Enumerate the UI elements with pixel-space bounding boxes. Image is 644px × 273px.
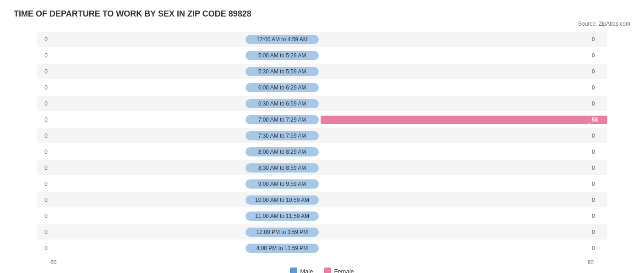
chart-row: 09:00 AM to 9:59 AM0	[37, 176, 607, 191]
male-bar-wrap: 12:00 AM to 4:59 AM	[50, 33, 320, 46]
female-value: 0	[589, 181, 607, 187]
time-label: 10:00 AM to 10:59 AM	[246, 195, 319, 205]
male-bar-wrap: 5:00 AM to 5:29 AM	[50, 49, 320, 62]
male-bar-wrap: 6:30 AM to 6:59 AM	[50, 97, 320, 110]
male-value: 0	[37, 36, 50, 43]
chart-title: TIME OF DEPARTURE TO WORK BY SEX IN ZIP …	[14, 9, 630, 19]
female-bar-wrap	[320, 242, 589, 255]
male-bar-wrap: 5:30 AM to 5:59 AM	[50, 65, 320, 78]
female-bar-wrap	[320, 33, 589, 46]
male-value: 0	[37, 149, 50, 155]
chart-row: 010:00 AM to 10:59 AM0	[37, 192, 607, 207]
female-bar-wrap	[320, 178, 589, 190]
time-label: 12:00 PM to 3:59 PM	[246, 228, 319, 237]
bars-container: 10:00 AM to 10:59 AM	[50, 194, 589, 206]
male-bar-wrap: 7:00 AM to 7:29 AM	[50, 113, 320, 126]
legend-female: Female	[324, 267, 354, 273]
male-swatch	[290, 267, 297, 273]
bars-container: 11:00 AM to 11:59 AM	[50, 210, 589, 223]
bars-container: 12:00 PM to 3:59 PM	[50, 226, 589, 239]
time-label: 7:30 AM to 7:59 AM	[246, 131, 319, 140]
chart-row: 07:00 AM to 7:29 AM58	[37, 112, 607, 127]
legend: Male Female	[14, 267, 630, 273]
male-bar-wrap: 12:00 PM to 3:59 PM	[50, 226, 320, 239]
female-value: 0	[589, 84, 607, 91]
female-swatch	[324, 267, 331, 273]
bars-container: 6:30 AM to 6:59 AM	[50, 97, 589, 110]
bottom-axis: 60 60	[14, 256, 630, 266]
male-value: 0	[37, 181, 50, 187]
female-value: 0	[589, 165, 607, 171]
male-value: 0	[37, 213, 50, 219]
chart-row: 08:00 AM to 8:29 AM0	[37, 144, 607, 159]
female-bar-wrap	[320, 65, 589, 78]
bars-container: 6:00 AM to 6:29 AM	[50, 81, 589, 94]
chart-row: 06:00 AM to 6:29 AM0	[37, 80, 607, 95]
male-value: 0	[37, 68, 50, 75]
time-label: 5:00 AM to 5:29 AM	[246, 51, 319, 60]
male-value: 0	[37, 133, 50, 139]
female-value: 0	[589, 245, 607, 251]
female-bar-wrap	[320, 113, 589, 126]
male-bar-wrap: 7:30 AM to 7:59 AM	[50, 129, 320, 142]
bars-container: 9:00 AM to 9:59 AM	[50, 178, 589, 190]
chart-area: 012:00 AM to 4:59 AM005:00 AM to 5:29 AM…	[14, 32, 630, 256]
female-bar-wrap	[320, 129, 589, 142]
female-bar-wrap	[320, 162, 589, 174]
axis-left: 60	[50, 259, 56, 266]
female-bar-wrap	[320, 145, 589, 158]
time-label: 5:30 AM to 5:59 AM	[246, 67, 319, 76]
male-bar-wrap: 4:00 PM to 11:59 PM	[50, 242, 320, 255]
male-value: 0	[37, 197, 50, 203]
chart-row: 07:30 AM to 7:59 AM0	[37, 128, 607, 143]
male-bar-wrap: 8:30 AM to 8:59 AM	[50, 162, 320, 174]
legend-male-label: Male	[300, 268, 313, 273]
time-label: 11:00 AM to 11:59 AM	[246, 212, 319, 221]
chart-row: 05:30 AM to 5:59 AM0	[37, 64, 607, 79]
chart-row: 011:00 AM to 11:59 AM0	[37, 208, 607, 223]
male-value: 0	[37, 229, 50, 235]
legend-female-label: Female	[334, 268, 354, 273]
time-label-male: 7:00 AM to 7:29 AM	[246, 115, 319, 124]
female-bar-wrap	[320, 81, 589, 94]
time-label: 9:00 AM to 9:59 AM	[246, 179, 319, 189]
male-value: 0	[37, 84, 50, 91]
time-label: 6:00 AM to 6:29 AM	[246, 83, 319, 92]
female-bar-wrap	[320, 194, 589, 206]
female-bar-full	[321, 116, 589, 124]
time-label: 8:00 AM to 8:29 AM	[246, 147, 319, 156]
chart-row: 08:30 AM to 8:59 AM0	[37, 160, 607, 175]
bars-container: 7:30 AM to 7:59 AM	[50, 129, 589, 142]
source-label: Source: ZipAtlas.com	[14, 21, 630, 27]
female-value: 0	[589, 213, 607, 219]
legend-male: Male	[290, 267, 313, 273]
female-bar-wrap	[320, 226, 589, 239]
male-value: 0	[37, 117, 50, 123]
male-value: 0	[37, 165, 50, 171]
bars-container: 8:30 AM to 8:59 AM	[50, 162, 589, 174]
chart-row: 05:00 AM to 5:29 AM0	[37, 48, 607, 63]
male-bar-wrap: 10:00 AM to 10:59 AM	[50, 194, 320, 206]
male-value: 0	[37, 100, 50, 107]
chart-row: 06:30 AM to 6:59 AM0	[37, 96, 607, 111]
female-value: 0	[589, 229, 607, 235]
chart-row: 012:00 PM to 3:59 PM0	[37, 224, 607, 240]
bars-container: 12:00 AM to 4:59 AM	[50, 33, 589, 46]
male-bar-wrap: 8:00 AM to 8:29 AM	[50, 145, 320, 158]
female-value: 0	[589, 36, 607, 43]
time-label: 12:00 AM to 4:59 AM	[246, 35, 319, 44]
chart-row: 04:00 PM to 11:59 PM0	[37, 240, 607, 256]
female-value: 0	[589, 100, 607, 107]
female-value: 0	[589, 68, 607, 75]
axis-right: 60	[588, 259, 594, 266]
male-value: 0	[37, 245, 50, 251]
male-bar-wrap: 9:00 AM to 9:59 AM	[50, 178, 320, 190]
female-value: 0	[589, 197, 607, 203]
time-label: 8:30 AM to 8:59 AM	[246, 163, 319, 173]
chart-row: 012:00 AM to 4:59 AM0	[37, 32, 607, 47]
female-bar-wrap	[320, 210, 589, 223]
male-bar-wrap: 11:00 AM to 11:59 AM	[50, 210, 320, 223]
male-bar-wrap: 6:00 AM to 6:29 AM	[50, 81, 320, 94]
time-label: 4:00 PM to 11:59 PM	[246, 244, 319, 253]
bars-container: 5:00 AM to 5:29 AM	[50, 49, 589, 62]
